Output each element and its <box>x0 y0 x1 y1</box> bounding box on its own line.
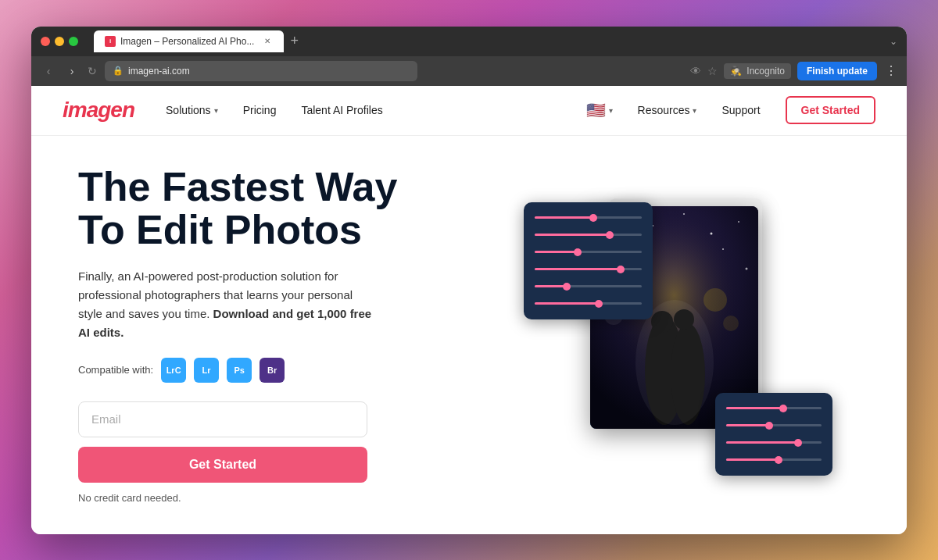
close-button[interactable] <box>41 37 50 46</box>
maximize-button[interactable] <box>69 37 78 46</box>
finish-update-button[interactable]: Finish update <box>797 62 877 80</box>
svg-point-9 <box>722 248 724 250</box>
browser-window: i Imagen – Personalized AI Pho... ✕ + ⌄ … <box>31 27 907 534</box>
back-button[interactable]: ‹ <box>41 65 56 77</box>
reload-button[interactable]: ↻ <box>88 65 97 77</box>
slider-row-2 <box>535 230 642 240</box>
lightroom-badge: Lr <box>194 358 219 383</box>
sliders-panel-bottom <box>715 393 832 476</box>
incognito-indicator: 🕵 Incognito <box>724 63 791 79</box>
slider-row-4 <box>535 265 642 274</box>
compatible-row: Compatible with: LrC Lr Ps Br <box>78 358 469 383</box>
svg-point-10 <box>746 267 748 269</box>
address-bar: ‹ › ↻ 🔒 imagen-ai.com 👁 ☆ 🕵 Incognito Fi… <box>31 56 907 86</box>
hero-illustration <box>500 136 860 534</box>
incognito-label: Incognito <box>746 66 785 77</box>
slider-row-5 <box>535 282 642 291</box>
svg-point-6 <box>711 232 713 234</box>
email-placeholder: Email <box>91 412 121 426</box>
new-tab-button[interactable]: + <box>290 33 299 49</box>
hero-text-section: The Fastest Way To Edit Photos Finally, … <box>78 166 469 503</box>
svg-point-7 <box>738 221 739 223</box>
url-text: imagen-ai.com <box>128 66 190 77</box>
tab-expand-icon[interactable]: ⌄ <box>890 36 897 47</box>
slider-row-3 <box>535 248 642 257</box>
no-credit-card-text: No credit card needed. <box>78 492 469 504</box>
nav-pricing[interactable]: Pricing <box>243 104 277 116</box>
traffic-lights <box>41 37 78 46</box>
title-bar: i Imagen – Personalized AI Pho... ✕ + ⌄ <box>31 27 907 56</box>
photoshop-badge: Ps <box>227 358 252 383</box>
tab-title: Imagen – Personalized AI Pho... <box>120 36 254 47</box>
more-options-button[interactable]: ⋮ <box>885 63 897 78</box>
nav-support[interactable]: Support <box>721 104 760 116</box>
tab-close-button[interactable]: ✕ <box>262 36 273 47</box>
svg-point-13 <box>723 316 739 331</box>
email-input-wrapper[interactable]: Email <box>78 401 367 437</box>
svg-point-5 <box>683 213 685 215</box>
flag-chevron-icon: ▾ <box>609 106 613 115</box>
nav-get-started-button[interactable]: Get Started <box>786 96 875 124</box>
website-content: imagen Solutions ▾ Pricing Talent AI Pro… <box>31 86 907 534</box>
resources-chevron-icon: ▾ <box>693 106 696 115</box>
slider-row-1 <box>535 213 642 223</box>
slider-bottom-row-4 <box>726 455 822 465</box>
nav-talent-ai[interactable]: Talent AI Profiles <box>301 104 382 116</box>
compatible-label: Compatible with: <box>78 364 153 376</box>
logo[interactable]: imagen <box>63 98 134 123</box>
lightroom-classic-badge: LrC <box>161 358 186 383</box>
lock-icon: 🔒 <box>113 66 124 76</box>
main-content: The Fastest Way To Edit Photos Finally, … <box>31 136 907 534</box>
slider-row-6 <box>535 299 642 309</box>
sliders-panel-top <box>524 202 653 319</box>
slider-bottom-row-3 <box>726 438 822 448</box>
url-bar[interactable]: 🔒 imagen-ai.com <box>105 61 417 81</box>
bridge-badge: Br <box>260 358 285 383</box>
nav-solutions[interactable]: Solutions ▾ <box>166 104 218 116</box>
main-nav: imagen Solutions ▾ Pricing Talent AI Pro… <box>31 86 907 136</box>
nav-resources[interactable]: Resources ▾ <box>638 104 697 116</box>
forward-button[interactable]: › <box>64 65 80 77</box>
bookmark-icon[interactable]: ☆ <box>707 65 718 77</box>
address-icons: 👁 ☆ 🕵 Incognito Finish update ⋮ <box>690 62 897 80</box>
chevron-down-icon: ▾ <box>214 106 218 115</box>
active-tab[interactable]: i Imagen – Personalized AI Pho... ✕ <box>94 30 284 52</box>
tab-favicon: i <box>105 36 116 47</box>
hero-title: The Fastest Way To Edit Photos <box>78 166 469 251</box>
slider-bottom-row-1 <box>726 404 822 413</box>
tab-bar: i Imagen – Personalized AI Pho... ✕ + <box>94 30 299 52</box>
illustration-container <box>532 187 829 483</box>
hero-get-started-button[interactable]: Get Started <box>78 447 367 483</box>
hero-description: Finally, an AI-powered post-production s… <box>78 267 375 342</box>
incognito-icon: 🕵 <box>730 66 742 77</box>
svg-point-12 <box>704 288 727 312</box>
slider-bottom-row-2 <box>726 421 822 430</box>
minimize-button[interactable] <box>55 37 64 46</box>
eye-off-icon[interactable]: 👁 <box>690 65 701 77</box>
language-selector[interactable]: 🇺🇸 ▾ <box>586 101 613 119</box>
flag-icon: 🇺🇸 <box>586 101 606 119</box>
